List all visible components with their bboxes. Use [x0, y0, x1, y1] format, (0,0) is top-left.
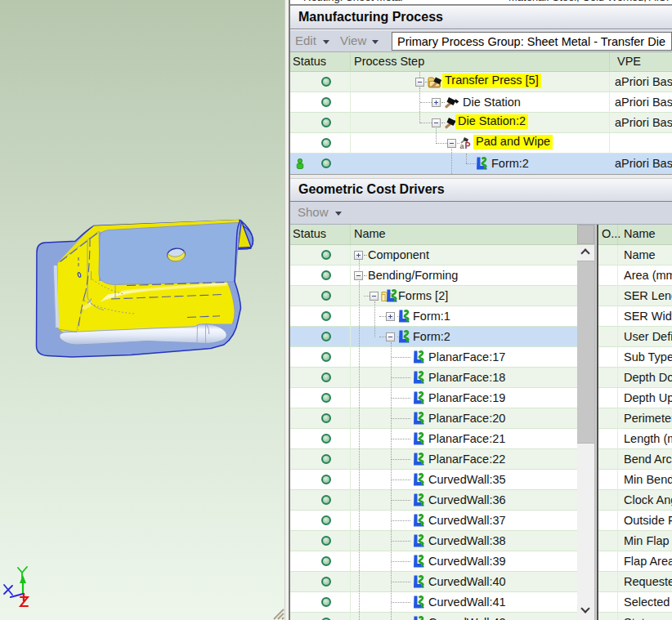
svg-text:P: P — [465, 141, 471, 149]
